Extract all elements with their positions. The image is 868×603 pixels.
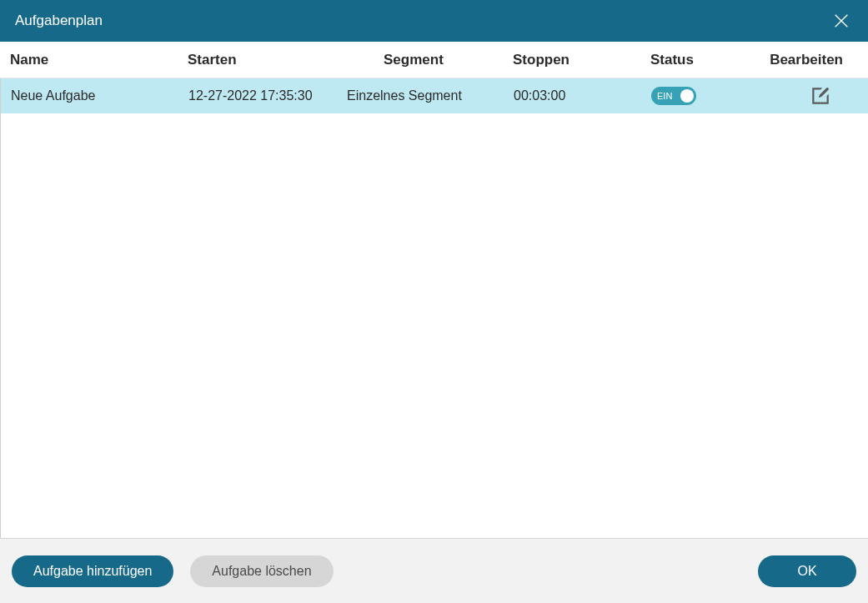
footer: Aufgabe hinzufügen Aufgabe löschen OK xyxy=(0,538,868,603)
header-name: Name xyxy=(0,52,188,68)
table-header: Name Starten Segment Stoppen Status Bear… xyxy=(0,42,868,78)
header-start: Starten xyxy=(188,52,346,68)
edit-button[interactable] xyxy=(810,85,831,107)
close-icon xyxy=(832,12,850,30)
add-task-button[interactable]: Aufgabe hinzufügen xyxy=(12,555,173,587)
cell-name: Neue Aufgabe xyxy=(1,88,188,103)
cell-status: EIN xyxy=(651,87,760,105)
header-stop: Stoppen xyxy=(513,52,650,68)
delete-task-button[interactable]: Aufgabe löschen xyxy=(190,555,333,587)
toggle-knob xyxy=(680,89,694,103)
edit-icon xyxy=(810,85,831,107)
header-status: Status xyxy=(650,52,759,68)
header-segment: Segment xyxy=(346,52,513,68)
cell-segment: Einzelnes Segment xyxy=(347,88,514,103)
header-edit: Bearbeiten xyxy=(759,52,868,68)
table-body: Neue Aufgabe 12-27-2022 17:35:30 Einzeln… xyxy=(0,78,868,538)
window-title: Aufgabenplan xyxy=(15,13,103,29)
status-toggle[interactable]: EIN xyxy=(651,87,696,105)
titlebar: Aufgabenplan xyxy=(0,0,868,42)
cell-stop: 00:03:00 xyxy=(514,88,651,103)
cell-start: 12-27-2022 17:35:30 xyxy=(188,88,347,103)
cell-edit xyxy=(760,85,868,107)
toggle-label: EIN xyxy=(657,91,672,101)
table-row[interactable]: Neue Aufgabe 12-27-2022 17:35:30 Einzeln… xyxy=(1,78,868,113)
ok-button[interactable]: OK xyxy=(758,555,856,587)
close-button[interactable] xyxy=(830,9,853,33)
